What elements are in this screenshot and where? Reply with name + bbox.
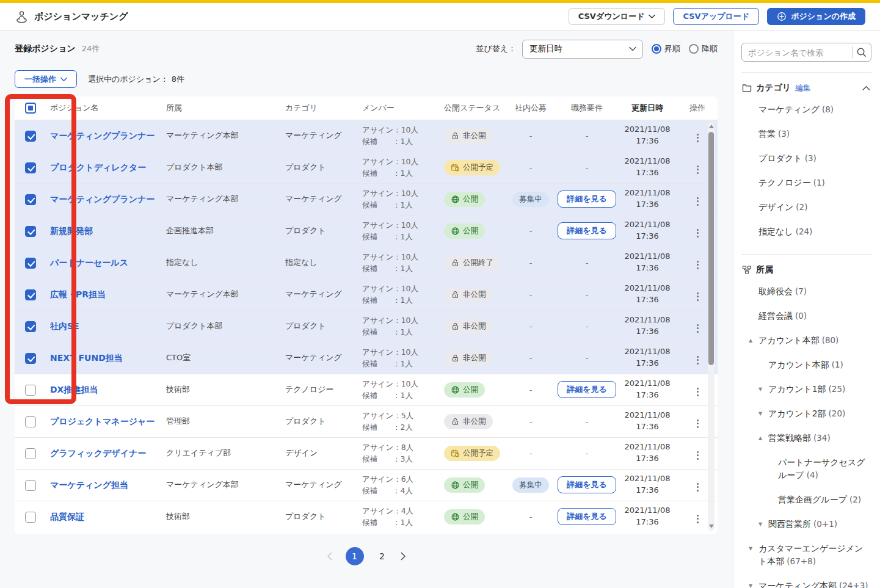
department-item[interactable]: アカウント本部(1) [741,352,871,377]
row-menu-button[interactable] [693,480,703,495]
row-checkbox[interactable] [25,258,36,269]
scroll-down-icon[interactable] [709,524,714,528]
position-name-link[interactable]: マーケティング担当 [50,480,128,490]
position-name-link[interactable]: マーケティングプランナー [50,131,155,140]
position-name-link[interactable]: グラフィックデザイナー [50,448,146,458]
category-item[interactable]: デザイン(2) [741,195,871,219]
row-checkbox[interactable] [25,480,36,491]
row-checkbox[interactable] [25,194,36,205]
row-checkbox[interactable] [25,353,36,364]
position-list-panel: 登録ポジション 24件 並び替え： 更新日時 昇順 降順 [0,31,733,588]
department-item[interactable]: 取締役会(7) [741,279,871,303]
page-button[interactable]: 2 [377,551,387,561]
category-edit-link[interactable]: 編集 [795,83,810,93]
view-detail-button[interactable]: 詳細を見る [558,476,616,493]
department-item[interactable]: ▼アカウント1部(25) [741,377,871,401]
category-item[interactable]: マーケティング(8) [741,97,871,122]
page-button[interactable]: 1 [346,547,364,565]
category-item[interactable]: 指定なし(24) [741,219,871,244]
department-item[interactable]: 営業企画グループ(2) [741,487,871,512]
row-menu-button[interactable] [693,226,703,241]
position-name-link[interactable]: プロジェクトマネージャー [50,416,155,426]
position-name-link[interactable]: DX推進担当 [50,385,98,394]
view-detail-button[interactable]: 詳細を見る [558,508,616,525]
department-cell: 企画推進本部 [162,215,282,247]
search-icon[interactable] [856,46,867,58]
position-name-link[interactable]: マーケティングプランナー [50,194,155,204]
row-menu-button[interactable] [693,512,703,526]
row-checkbox[interactable] [25,416,36,427]
row-menu-button[interactable] [693,162,703,177]
row-checkbox[interactable] [25,385,36,396]
tree-toggle-icon[interactable]: ▲ [749,337,758,344]
position-name-link[interactable]: 社内SE [50,321,79,331]
radio-selected-icon [652,44,661,54]
tree-toggle-icon[interactable]: ▲ [758,435,768,442]
table-row: 広報・PR担当マーケティング本部マーケティングアサイン：10人候補 ：1人非公開… [15,278,718,310]
row-menu-button[interactable] [693,353,703,368]
view-detail-button[interactable]: 詳細を見る [558,381,616,398]
member-cell: アサイン：10人候補 ：1人 [358,310,440,342]
row-checkbox[interactable] [25,448,36,459]
csv-upload-button[interactable]: CSVアップロード [673,8,759,25]
position-name-link[interactable]: プロダクトディレクター [50,162,146,172]
row-menu-button[interactable] [693,448,703,463]
position-name-link[interactable]: 新規開発部 [50,226,93,236]
tree-toggle-icon[interactable]: ▼ [749,545,758,553]
row-checkbox[interactable] [25,131,36,142]
category-item[interactable]: テクノロジー(1) [741,170,871,195]
csv-download-button[interactable]: CSVダウンロード [569,8,666,25]
row-checkbox[interactable] [25,162,36,173]
department-item[interactable]: ▼アカウント2部(20) [741,401,871,426]
column-header-publish-status: 公開ステータス [440,96,505,120]
sort-select[interactable]: 更新日時 [522,40,643,59]
bulk-action-button[interactable]: 一括操作 [15,70,77,88]
prev-page-button[interactable] [327,552,332,561]
row-checkbox[interactable] [25,321,36,332]
table-scrollbar[interactable] [708,122,715,531]
row-checkbox[interactable] [25,226,36,237]
position-name-link[interactable]: 広報・PR担当 [50,289,106,299]
row-checkbox[interactable] [25,512,36,523]
row-menu-button[interactable] [693,289,703,304]
department-item[interactable]: 経営会議(0) [741,303,871,328]
updated-datetime: 2021/11/0817:36 [617,501,677,532]
row-menu-button[interactable] [693,194,703,209]
department-item[interactable]: ▼カスタマーエンゲージメント本部(67+8) [741,536,871,573]
department-cell: マーケティング本部 [162,278,282,310]
department-item[interactable]: ▼マーケティング本部(24+3) [741,573,871,588]
empty-value: - [505,342,556,374]
filter-sidebar: カテゴリ 編集 マーケティング(8)営業(3)プロダクト(3)テクノロジー(1)… [733,31,880,588]
next-page-button[interactable] [401,552,406,561]
empty-value: - [556,342,617,374]
position-name-link[interactable]: NEXT FUND担当 [50,353,123,363]
department-item[interactable]: ▲アカウント本部(80) [741,328,871,352]
row-checkbox[interactable] [25,289,36,300]
category-item[interactable]: 営業(3) [741,122,871,146]
scroll-up-icon[interactable] [709,125,714,128]
row-menu-button[interactable] [693,321,703,336]
scrollbar-thumb[interactable] [708,132,714,365]
row-menu-button[interactable] [693,258,703,272]
sort-desc-radio[interactable]: 降順 [689,43,718,54]
department-item[interactable]: パートナーサクセスグループ(4) [741,450,871,487]
member-cell: アサイン：10人候補 ：1人 [358,374,440,405]
select-all-checkbox[interactable] [25,103,36,114]
tree-toggle-icon[interactable]: ▼ [758,410,768,418]
position-name-link[interactable]: パートナーセールス [50,258,128,267]
row-menu-button[interactable] [693,131,703,145]
department-item[interactable]: ▲営業戦略部(34) [741,426,871,450]
tree-toggle-icon[interactable]: ▼ [749,583,758,588]
view-detail-button[interactable]: 詳細を見る [558,191,616,208]
row-menu-button[interactable] [693,385,703,399]
chevron-up-icon[interactable] [862,85,870,91]
category-item[interactable]: プロダクト(3) [741,146,871,170]
tree-toggle-icon[interactable]: ▼ [758,521,768,528]
sort-asc-radio[interactable]: 昇順 [652,43,680,54]
tree-toggle-icon[interactable]: ▼ [758,386,768,393]
create-position-button[interactable]: ポジションの作成 [767,8,865,25]
department-item[interactable]: ▼関西営業所(0+1) [741,512,871,536]
position-name-link[interactable]: 品質保証 [50,512,84,521]
row-menu-button[interactable] [693,416,703,431]
view-detail-button[interactable]: 詳細を見る [558,222,616,239]
